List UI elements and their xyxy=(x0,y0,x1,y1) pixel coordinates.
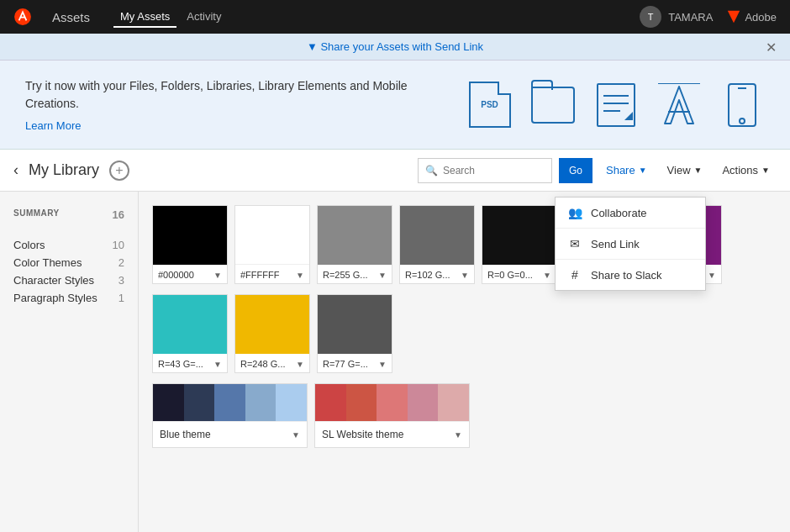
tab-my-assets[interactable]: My Assets xyxy=(113,7,176,28)
sidebar-colors-count: 10 xyxy=(113,239,124,251)
sidebar-item-colors[interactable]: Colors 10 xyxy=(13,236,124,254)
actions-button[interactable]: Actions ▼ xyxy=(715,161,777,180)
sidebar-item-color-themes[interactable]: Color Themes 2 xyxy=(13,254,124,271)
learn-more-link[interactable]: Learn More xyxy=(25,119,433,132)
sidebar: SUMMARY 16 Colors 10 Color Themes 2 Char… xyxy=(0,192,139,532)
color-item[interactable]: R=43 G=... ▼ xyxy=(152,294,228,373)
adobe-label: Adobe xyxy=(745,11,777,24)
share-banner: ▼ Share your Assets with Send Link ✕ xyxy=(0,34,790,61)
color-dropdown-arrow[interactable]: ▼ xyxy=(378,271,387,280)
theme-swatch-blue xyxy=(153,384,307,421)
promo-description: Try it now with your Files, Folders, Lib… xyxy=(25,77,433,113)
page-title: My Library xyxy=(29,161,99,179)
color-label-text: R=102 G... xyxy=(405,270,450,280)
theme-swatch-block xyxy=(346,384,377,421)
color-item[interactable]: R=255 G... ▼ xyxy=(317,205,392,284)
theme-dropdown-arrow[interactable]: ▼ xyxy=(454,430,462,440)
svg-marker-5 xyxy=(624,112,633,120)
actions-button-label: Actions xyxy=(722,164,758,176)
add-library-button[interactable]: + xyxy=(109,161,129,181)
actions-dropdown-arrow: ▼ xyxy=(761,166,770,175)
color-swatch xyxy=(235,206,309,265)
app-logo xyxy=(13,8,32,26)
search-input[interactable] xyxy=(443,165,545,176)
theme-swatch-sl xyxy=(315,384,469,421)
user-info: T TAMARA xyxy=(640,6,713,28)
color-label-text: #000000 xyxy=(158,270,194,280)
dropdown-item-collaborate[interactable]: 👥 Collaborate xyxy=(556,198,705,229)
color-label-text: R=248 G... xyxy=(240,359,286,369)
top-nav: Assets My Assets Activity T TAMARA Adobe xyxy=(0,0,790,34)
sidebar-summary-label: SUMMARY xyxy=(13,208,60,218)
color-label-text: R=255 G... xyxy=(323,270,368,280)
theme-swatch-block xyxy=(276,384,307,421)
close-banner-button[interactable]: ✕ xyxy=(766,39,777,55)
color-item[interactable]: R=248 G... ▼ xyxy=(234,294,310,373)
color-dropdown-arrow[interactable]: ▼ xyxy=(378,360,387,369)
color-item[interactable]: #000000 ▼ xyxy=(152,205,228,284)
color-item[interactable]: R=77 G=... ▼ xyxy=(317,294,392,373)
share-button-label: Share xyxy=(606,164,635,176)
theme-dropdown-arrow[interactable]: ▼ xyxy=(292,430,300,440)
send-link-icon: ✉ xyxy=(567,237,582,250)
color-dropdown-arrow[interactable]: ▼ xyxy=(461,271,469,280)
color-label: R=0 G=0... ▼ xyxy=(482,265,556,283)
svg-point-10 xyxy=(740,119,745,124)
theme-swatch-block xyxy=(377,384,408,421)
toolbar: ‹ My Library + 🔍 Go Share ▼ View ▼ Actio… xyxy=(0,150,790,192)
theme-label-blue: Blue theme ▼ xyxy=(153,421,307,447)
app-title: Assets xyxy=(52,10,90,24)
sidebar-colors-label: Colors xyxy=(13,239,45,251)
color-label: R=102 G... ▼ xyxy=(400,265,474,283)
theme-swatch-block xyxy=(214,384,245,421)
color-label: #FFFFFF ▼ xyxy=(235,265,309,283)
sidebar-summary: SUMMARY 16 xyxy=(13,208,124,226)
color-dropdown-arrow[interactable]: ▼ xyxy=(296,360,304,369)
sidebar-item-paragraph-styles[interactable]: Paragraph Styles 1 xyxy=(13,289,124,307)
sidebar-item-character-styles[interactable]: Character Styles 3 xyxy=(13,271,124,289)
theme-swatch-block xyxy=(408,384,439,421)
color-dropdown-arrow[interactable]: ▼ xyxy=(543,271,551,280)
svg-rect-9 xyxy=(729,84,756,126)
color-item[interactable]: R=102 G... ▼ xyxy=(399,205,475,284)
color-swatch xyxy=(318,295,392,354)
color-label: #000000 ▼ xyxy=(153,265,227,283)
color-swatch xyxy=(318,206,392,265)
color-label-text: R=43 G=... xyxy=(158,359,203,369)
color-dropdown-arrow[interactable]: ▼ xyxy=(213,271,222,280)
theme-item-blue[interactable]: Blue theme ▼ xyxy=(152,383,308,448)
sidebar-char-label: Character Styles xyxy=(13,274,94,287)
color-dropdown-arrow[interactable]: ▼ xyxy=(213,360,222,369)
theme-item-sl[interactable]: SL Website theme ▼ xyxy=(314,383,470,448)
dropdown-item-share-slack[interactable]: # Share to Slack xyxy=(556,260,705,290)
theme-swatch-block xyxy=(245,384,276,421)
sidebar-summary-count: 16 xyxy=(113,208,124,226)
promo-icons: PSD xyxy=(466,82,765,128)
tab-activity[interactable]: Activity xyxy=(180,7,228,28)
color-label-text: #FFFFFF xyxy=(240,270,279,280)
color-item[interactable]: #FFFFFF ▼ xyxy=(234,205,310,284)
send-link-label: Send Link xyxy=(591,238,640,250)
color-swatch xyxy=(235,295,309,354)
color-swatch xyxy=(400,206,474,265)
go-button[interactable]: Go xyxy=(559,158,592,183)
theme-swatch-block xyxy=(184,384,215,421)
color-label: R=248 G... ▼ xyxy=(235,354,309,372)
color-swatch xyxy=(482,206,556,265)
theme-name: Blue theme xyxy=(160,429,211,440)
dropdown-item-send-link[interactable]: ✉ Send Link xyxy=(556,229,705,260)
back-button[interactable]: ‹ xyxy=(13,161,18,179)
promo-icon-psd: PSD xyxy=(466,82,513,128)
color-dropdown-arrow[interactable]: ▼ xyxy=(296,271,304,280)
color-label: R=43 G=... ▼ xyxy=(153,354,227,372)
svg-marker-6 xyxy=(665,87,693,124)
sidebar-para-count: 1 xyxy=(118,292,124,304)
color-grid-row2: R=43 G=... ▼ R=248 G... ▼ R=77 G=... ▼ xyxy=(152,294,777,373)
share-slack-label: Share to Slack xyxy=(591,269,662,282)
share-button[interactable]: Share ▼ xyxy=(599,161,654,180)
view-button[interactable]: View ▼ xyxy=(661,161,709,180)
color-dropdown-arrow[interactable]: ▼ xyxy=(708,271,716,280)
promo-text: Try it now with your Files, Folders, Lib… xyxy=(25,77,433,132)
color-item[interactable]: R=0 G=0... ▼ xyxy=(482,205,557,284)
theme-grid: Blue theme ▼ SL Website theme ▼ xyxy=(152,383,777,448)
